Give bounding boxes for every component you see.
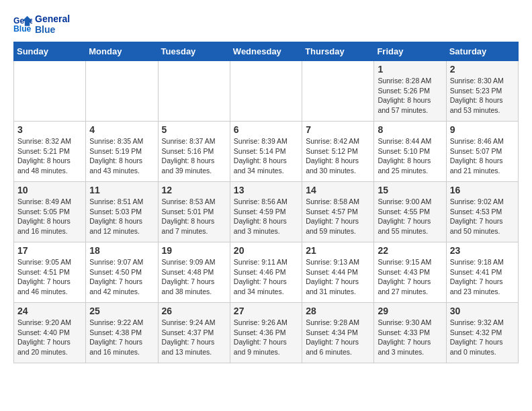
day-number: 16 — [450, 185, 515, 195]
week-row-4: 24Sunrise: 9:20 AM Sunset: 4:40 PM Dayli… — [14, 303, 519, 363]
day-number: 24 — [17, 306, 82, 316]
calendar-cell — [230, 61, 302, 122]
calendar-cell: 3Sunrise: 8:32 AM Sunset: 5:21 PM Daylig… — [14, 122, 86, 182]
day-number: 22 — [378, 245, 442, 256]
day-info: Sunrise: 8:28 AM Sunset: 5:26 PM Dayligh… — [378, 76, 442, 116]
calendar-cell: 6Sunrise: 8:39 AM Sunset: 5:14 PM Daylig… — [230, 122, 302, 182]
day-number: 10 — [17, 185, 82, 195]
day-number: 23 — [450, 245, 515, 256]
week-row-3: 17Sunrise: 9:05 AM Sunset: 4:51 PM Dayli… — [14, 242, 519, 303]
day-info: Sunrise: 9:05 AM Sunset: 4:51 PM Dayligh… — [17, 257, 82, 297]
calendar-cell: 10Sunrise: 8:49 AM Sunset: 5:05 PM Dayli… — [14, 182, 86, 242]
day-number: 15 — [378, 185, 442, 195]
calendar-cell — [14, 61, 86, 122]
calendar-cell: 19Sunrise: 9:09 AM Sunset: 4:48 PM Dayli… — [158, 242, 230, 303]
calendar-cell: 24Sunrise: 9:20 AM Sunset: 4:40 PM Dayli… — [14, 303, 86, 363]
logo: General Blue General Blue — [13, 13, 70, 35]
calendar-cell: 9Sunrise: 8:46 AM Sunset: 5:07 PM Daylig… — [446, 122, 518, 182]
day-number: 26 — [162, 306, 226, 316]
day-info: Sunrise: 8:46 AM Sunset: 5:07 PM Dayligh… — [450, 136, 515, 176]
calendar-cell: 20Sunrise: 9:11 AM Sunset: 4:46 PM Dayli… — [230, 242, 302, 303]
week-row-0: 1Sunrise: 8:28 AM Sunset: 5:26 PM Daylig… — [14, 61, 519, 122]
day-info: Sunrise: 9:24 AM Sunset: 4:37 PM Dayligh… — [162, 318, 226, 357]
day-number: 29 — [378, 306, 442, 316]
day-info: Sunrise: 8:37 AM Sunset: 5:16 PM Dayligh… — [162, 136, 226, 176]
day-info: Sunrise: 9:22 AM Sunset: 4:38 PM Dayligh… — [89, 318, 154, 357]
calendar-cell — [302, 61, 374, 122]
day-number: 27 — [234, 306, 298, 316]
week-row-1: 3Sunrise: 8:32 AM Sunset: 5:21 PM Daylig… — [14, 122, 519, 182]
calendar-cell: 13Sunrise: 8:56 AM Sunset: 4:59 PM Dayli… — [230, 182, 302, 242]
calendar-cell: 5Sunrise: 8:37 AM Sunset: 5:16 PM Daylig… — [158, 122, 230, 182]
day-info: Sunrise: 9:13 AM Sunset: 4:44 PM Dayligh… — [306, 257, 370, 297]
calendar-cell: 29Sunrise: 9:30 AM Sunset: 4:33 PM Dayli… — [374, 303, 446, 363]
day-info: Sunrise: 9:30 AM Sunset: 4:33 PM Dayligh… — [378, 318, 442, 357]
calendar-cell: 17Sunrise: 9:05 AM Sunset: 4:51 PM Dayli… — [14, 242, 86, 303]
logo-blue: Blue — [35, 24, 70, 35]
day-info: Sunrise: 9:00 AM Sunset: 4:55 PM Dayligh… — [378, 197, 442, 236]
calendar-cell: 22Sunrise: 9:15 AM Sunset: 4:43 PM Dayli… — [374, 242, 446, 303]
day-number: 21 — [306, 245, 370, 256]
logo-icon: General Blue — [13, 15, 32, 34]
calendar-header-row: SundayMondayTuesdayWednesdayThursdayFrid… — [14, 42, 519, 61]
calendar-cell: 18Sunrise: 9:07 AM Sunset: 4:50 PM Dayli… — [86, 242, 158, 303]
day-info: Sunrise: 8:35 AM Sunset: 5:19 PM Dayligh… — [89, 136, 154, 176]
day-info: Sunrise: 9:32 AM Sunset: 4:32 PM Dayligh… — [450, 318, 515, 357]
day-number: 30 — [450, 306, 515, 316]
day-info: Sunrise: 8:30 AM Sunset: 5:23 PM Dayligh… — [450, 76, 515, 116]
calendar-cell: 21Sunrise: 9:13 AM Sunset: 4:44 PM Dayli… — [302, 242, 374, 303]
calendar-cell: 14Sunrise: 8:58 AM Sunset: 4:57 PM Dayli… — [302, 182, 374, 242]
day-number: 8 — [378, 124, 442, 135]
calendar-cell: 8Sunrise: 8:44 AM Sunset: 5:10 PM Daylig… — [374, 122, 446, 182]
day-number: 9 — [450, 124, 515, 135]
calendar-cell: 27Sunrise: 9:26 AM Sunset: 4:36 PM Dayli… — [230, 303, 302, 363]
day-info: Sunrise: 9:15 AM Sunset: 4:43 PM Dayligh… — [378, 257, 442, 297]
day-number: 4 — [89, 124, 154, 135]
day-number: 13 — [234, 185, 298, 195]
header-wednesday: Wednesday — [230, 42, 302, 61]
week-row-2: 10Sunrise: 8:49 AM Sunset: 5:05 PM Dayli… — [14, 182, 519, 242]
header-friday: Friday — [374, 42, 446, 61]
day-number: 28 — [306, 306, 370, 316]
calendar-cell: 23Sunrise: 9:18 AM Sunset: 4:41 PM Dayli… — [446, 242, 518, 303]
day-info: Sunrise: 8:53 AM Sunset: 5:01 PM Dayligh… — [162, 197, 226, 236]
calendar-cell: 30Sunrise: 9:32 AM Sunset: 4:32 PM Dayli… — [446, 303, 518, 363]
calendar-cell: 2Sunrise: 8:30 AM Sunset: 5:23 PM Daylig… — [446, 61, 518, 122]
calendar-cell: 16Sunrise: 9:02 AM Sunset: 4:53 PM Dayli… — [446, 182, 518, 242]
calendar-cell: 25Sunrise: 9:22 AM Sunset: 4:38 PM Dayli… — [86, 303, 158, 363]
day-number: 14 — [306, 185, 370, 195]
calendar-cell — [86, 61, 158, 122]
day-number: 20 — [234, 245, 298, 256]
day-info: Sunrise: 8:44 AM Sunset: 5:10 PM Dayligh… — [378, 136, 442, 176]
day-number: 19 — [162, 245, 226, 256]
day-number: 5 — [162, 124, 226, 135]
day-info: Sunrise: 9:09 AM Sunset: 4:48 PM Dayligh… — [162, 257, 226, 297]
calendar-cell: 7Sunrise: 8:42 AM Sunset: 5:12 PM Daylig… — [302, 122, 374, 182]
day-number: 25 — [89, 306, 154, 316]
day-info: Sunrise: 8:39 AM Sunset: 5:14 PM Dayligh… — [234, 136, 298, 176]
day-number: 17 — [17, 245, 82, 256]
calendar-table: SundayMondayTuesdayWednesdayThursdayFrid… — [13, 42, 519, 363]
calendar-cell: 11Sunrise: 8:51 AM Sunset: 5:03 PM Dayli… — [86, 182, 158, 242]
day-info: Sunrise: 8:58 AM Sunset: 4:57 PM Dayligh… — [306, 197, 370, 236]
calendar-cell: 4Sunrise: 8:35 AM Sunset: 5:19 PM Daylig… — [86, 122, 158, 182]
header-thursday: Thursday — [302, 42, 374, 61]
day-info: Sunrise: 9:02 AM Sunset: 4:53 PM Dayligh… — [450, 197, 515, 236]
day-number: 1 — [378, 64, 442, 75]
day-info: Sunrise: 8:51 AM Sunset: 5:03 PM Dayligh… — [89, 197, 154, 236]
day-info: Sunrise: 8:32 AM Sunset: 5:21 PM Dayligh… — [17, 136, 82, 176]
calendar-cell: 15Sunrise: 9:00 AM Sunset: 4:55 PM Dayli… — [374, 182, 446, 242]
logo-general: General — [35, 13, 70, 24]
calendar-cell — [158, 61, 230, 122]
day-number: 18 — [89, 245, 154, 256]
day-info: Sunrise: 9:18 AM Sunset: 4:41 PM Dayligh… — [450, 257, 515, 297]
calendar-cell: 12Sunrise: 8:53 AM Sunset: 5:01 PM Dayli… — [158, 182, 230, 242]
day-number: 12 — [162, 185, 226, 195]
header-monday: Monday — [86, 42, 158, 61]
day-info: Sunrise: 9:20 AM Sunset: 4:40 PM Dayligh… — [17, 318, 82, 357]
header: General Blue General Blue — [13, 13, 519, 35]
header-sunday: Sunday — [14, 42, 86, 61]
header-tuesday: Tuesday — [158, 42, 230, 61]
day-number: 7 — [306, 124, 370, 135]
day-number: 2 — [450, 64, 515, 75]
